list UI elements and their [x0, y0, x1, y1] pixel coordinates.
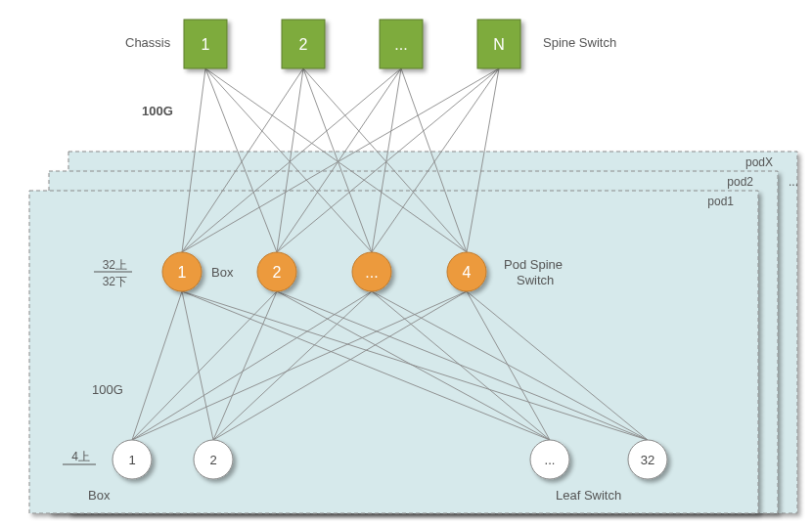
leaf-1: 1 [113, 440, 152, 479]
pod-label-ellipsis: ... [789, 175, 798, 189]
svg-text:2: 2 [209, 453, 216, 467]
pod-label-podX: podX [745, 155, 773, 169]
svg-text:N: N [493, 36, 505, 53]
svg-text:1: 1 [128, 453, 135, 467]
leaf-ellipsis: ... [530, 440, 569, 479]
spine-switch-N: N [477, 20, 520, 68]
svg-text:1: 1 [178, 264, 187, 281]
pod-spine-4: 4 [447, 252, 486, 291]
svg-text:...: ... [545, 453, 556, 467]
ports-down-32: 32下 [103, 275, 127, 288]
spine-switch-2: 2 [282, 20, 325, 68]
link-speed-upper: 100G [142, 104, 173, 118]
pod-label-pod2: pod2 [727, 175, 753, 189]
leaf-switch-label: Leaf Switch [556, 488, 621, 503]
svg-text:4: 4 [463, 264, 472, 281]
box-label-leaf: Box [88, 488, 111, 503]
leaf-32: 32 [628, 440, 667, 479]
pod-spine-ellipsis: ... [352, 252, 391, 291]
link-speed-lower: 100G [92, 382, 123, 397]
network-topology-diagram: podX ... pod2 pod1 [0, 0, 812, 526]
svg-text:2: 2 [299, 36, 308, 53]
ports-up-32: 32上 [103, 258, 127, 272]
spine-switch-ellipsis: ... [380, 20, 423, 68]
pod-spine-switch-label-line1: Pod Spine [504, 257, 563, 272]
leaf-2: 2 [194, 440, 233, 479]
svg-text:2: 2 [273, 264, 282, 281]
pod-label-pod1: pod1 [707, 195, 734, 208]
spine-switch-1: 1 [184, 20, 227, 68]
svg-text:32: 32 [641, 453, 654, 467]
svg-text:...: ... [394, 36, 407, 53]
svg-text:...: ... [365, 264, 378, 281]
pod-spine-switch-label-line2: Switch [517, 273, 554, 287]
pod-spine-2: 2 [257, 252, 296, 291]
pod-spine-1: 1 [162, 252, 202, 291]
spine-switch-label: Spine Switch [543, 35, 616, 50]
ports-up-4: 4上 [71, 450, 90, 463]
chassis-label: Chassis [125, 35, 171, 50]
svg-text:1: 1 [202, 36, 210, 53]
box-label-podspine: Box [211, 265, 234, 280]
